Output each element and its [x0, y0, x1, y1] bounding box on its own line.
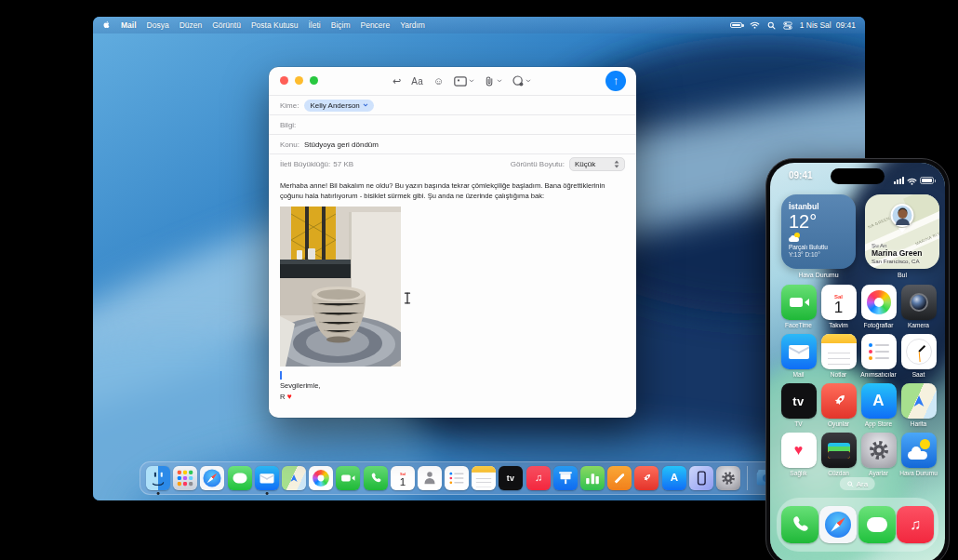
cc-field[interactable]: Bilgi: [269, 114, 636, 134]
menu-bar-date[interactable]: 1 Nis Sal [800, 20, 832, 30]
emoji-icon[interactable]: ☺ [433, 76, 444, 87]
app-label: Takvim [829, 322, 848, 328]
menu-bar-clock[interactable]: 09:41 [836, 20, 856, 30]
dock-item-music[interactable]: ♫ [526, 466, 551, 490]
contacts-icon [418, 466, 442, 490]
iphone-app-oyunlar[interactable]: Oyunlar [819, 383, 858, 427]
search-label: Ara [857, 480, 868, 488]
dock-item-system-settings[interactable] [716, 466, 740, 490]
iphone-app-hava-durumu[interactable]: Hava Durumu [899, 433, 938, 476]
dock-item-numbers[interactable] [580, 466, 605, 490]
partly-cloudy-icon [789, 234, 802, 242]
dock-item-contacts[interactable] [418, 466, 442, 490]
app-label: Cüzdan [828, 470, 849, 476]
dock-item-messages[interactable] [228, 466, 252, 490]
menu-item-duzen[interactable]: Düzen [180, 20, 203, 30]
close-button[interactable] [280, 76, 288, 85]
zoom-button[interactable] [310, 76, 318, 85]
battery-icon[interactable] [730, 22, 742, 29]
dock-item-app-store[interactable]: A [662, 466, 686, 490]
iphone-app-cuzdan[interactable]: Cüzdan [819, 433, 858, 476]
iphone-app-ayarlar[interactable]: Ayarlar [859, 433, 898, 476]
subject-label: Konu: [280, 140, 299, 149]
menu-item-dosya[interactable]: Dosya [147, 20, 169, 30]
iphone-app-notlar[interactable]: Notlar [819, 334, 858, 378]
dock-item-keynote[interactable] [553, 466, 578, 490]
iphone-device: 09:41 İstanbul 12° Parçalı Bulutlu Y:13°… [765, 158, 950, 560]
menu-item-yardim[interactable]: Yardım [400, 20, 425, 30]
facetime-icon [781, 285, 817, 320]
dock-item-notes[interactable] [472, 466, 496, 490]
menu-item-ileti[interactable]: İleti [308, 20, 320, 30]
dock-item-calendar[interactable]: Sal1 [391, 466, 415, 490]
find-my-widget[interactable]: NA GREEN DR MARINA BLV Şu An Marina Gree… [865, 194, 939, 269]
iphone-app-app-store[interactable]: AApp Store [859, 383, 898, 427]
menu-item-bicim[interactable]: Biçim [331, 20, 351, 30]
dock-item-maps[interactable] [282, 466, 306, 490]
iphone-app-mail[interactable]: Mail [779, 334, 818, 378]
spotlight-search-pill[interactable]: Ara [840, 477, 875, 490]
dock-item-safari[interactable] [200, 466, 224, 490]
calendar-day: 1 [834, 300, 843, 315]
menu-item-pencere[interactable]: Pencere [361, 20, 391, 30]
screenshot-canvas: Mail Dosya Düzen Görüntü Posta Kutusu İl… [0, 0, 958, 560]
recipient-token[interactable]: Kelly Anderson [304, 100, 373, 112]
facetime-icon [336, 466, 360, 490]
insert-options-icon[interactable] [512, 75, 531, 87]
iphone-dock-safari[interactable] [819, 506, 857, 543]
dock-item-finder[interactable] [146, 466, 170, 490]
iphone-dock-messages[interactable] [858, 506, 896, 543]
music-note-glyph: ♫ [535, 473, 542, 484]
dock-item-phone[interactable] [364, 466, 388, 490]
send-button[interactable]: ↑ [605, 71, 626, 91]
control-center-icon[interactable] [783, 21, 792, 30]
message-body[interactable]: Merhaba anne! Bil bakalım ne oldu? Bu ya… [269, 173, 636, 410]
minimize-button[interactable] [295, 76, 303, 85]
iphone-app-saat[interactable]: Saat [899, 334, 938, 378]
undo-icon[interactable]: ↩ [393, 76, 401, 87]
iphone-dock-phone[interactable] [781, 506, 818, 543]
format-icon[interactable]: Aa [411, 76, 423, 87]
finder-icon [146, 466, 170, 490]
wallet-icon [821, 433, 857, 468]
iphone-app-facetime[interactable]: FaceTime [779, 285, 818, 328]
dock-item-photos[interactable] [309, 466, 333, 490]
dock-item-facetime[interactable] [336, 466, 360, 490]
iphone-screen: 09:41 İstanbul 12° Parçalı Bulutlu Y:13°… [770, 163, 945, 560]
attachment-icon[interactable] [485, 75, 502, 87]
dock-item-pages[interactable] [607, 466, 632, 490]
weather-temperature: 12° [789, 211, 848, 232]
iphone-dock-music[interactable]: ♫ [897, 506, 934, 543]
apple-menu-icon[interactable] [102, 20, 111, 32]
closing-line: Sevgilerimle, [280, 380, 625, 391]
dock-item-reminders[interactable] [445, 466, 469, 490]
pottery-photo-attachment[interactable] [280, 207, 401, 367]
spotlight-icon[interactable] [767, 21, 776, 30]
menu-item-goruntu[interactable]: Görüntü [212, 20, 241, 30]
iphone-app-takvim[interactable]: Sal1Takvim [819, 285, 858, 328]
iphone-app-kamera[interactable]: Kamera [899, 285, 938, 328]
to-field[interactable]: Kime: Kelly Anderson [269, 95, 636, 114]
dock-item-tv[interactable]: tv [499, 466, 523, 490]
dock-item-mail[interactable] [255, 466, 279, 490]
photos-icon [309, 466, 333, 490]
image-size-select[interactable]: Küçük [569, 157, 625, 171]
running-indicator [157, 492, 160, 495]
clock-icon [901, 334, 937, 369]
iphone-app-tv[interactable]: tvTV [779, 383, 818, 427]
weather-widget[interactable]: İstanbul 12° Parçalı Bulutlu Y:13° D:10° [781, 194, 856, 269]
menu-item-posta-kutusu[interactable]: Posta Kutusu [251, 20, 299, 30]
dock-item-iphone-mirroring[interactable] [689, 466, 713, 490]
wifi-icon[interactable] [750, 21, 760, 29]
iphone-app-harita[interactable]: Harita [899, 383, 938, 427]
dock-item-launchpad[interactable] [173, 466, 197, 490]
iphone-app-animsaticilar[interactable]: Anımsatıcılar [859, 334, 898, 378]
iphone-app-fotograflar[interactable]: Fotoğraflar [859, 285, 898, 328]
photo-browser-icon[interactable] [454, 76, 474, 87]
dock-item-games[interactable] [634, 466, 659, 490]
mac-dock: Sal1 tv ♫ A ↓ [140, 461, 811, 495]
subject-field[interactable]: Konu: Stüdyoya geri döndüm [269, 134, 636, 153]
menu-item-mail[interactable]: Mail [121, 20, 137, 30]
iphone-app-saglik[interactable]: ♥Sağlık [779, 433, 818, 476]
notes-icon [472, 466, 496, 490]
